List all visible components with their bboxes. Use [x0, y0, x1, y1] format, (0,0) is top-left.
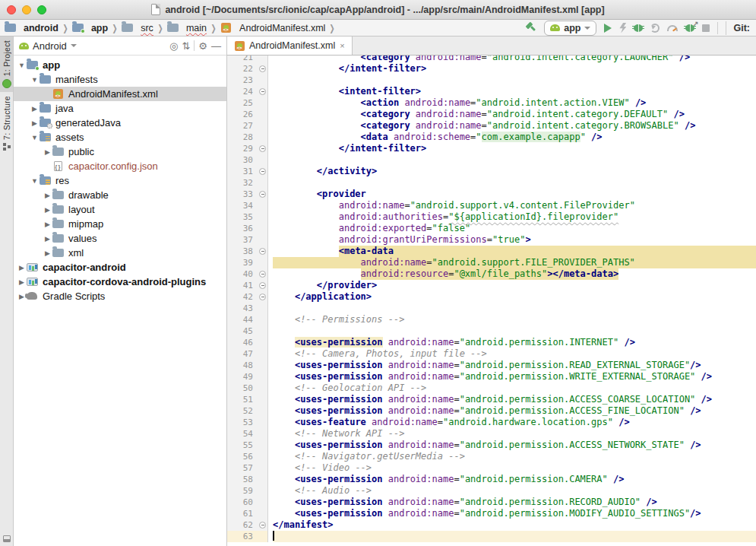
code-line-29[interactable]: 29 </intent-filter>	[227, 143, 756, 154]
tree-item-res[interactable]: ▼res	[14, 173, 226, 188]
code-line-27[interactable]: 27 <category android:name="android.inten…	[227, 120, 756, 132]
tree-right-arrow-icon[interactable]: ▶	[43, 249, 52, 257]
code-line-21[interactable]: 21 <category android:name="android.inten…	[227, 56, 756, 63]
tree-down-arrow-icon[interactable]: ▼	[30, 76, 40, 84]
code-line-37[interactable]: 37 android:grantUriPermissions="true">	[227, 234, 756, 246]
code-line-46[interactable]: 46 <uses-permission android:name="androi…	[227, 337, 756, 348]
attach-debugger-icon[interactable]: ↗	[685, 24, 694, 32]
tree-right-arrow-icon[interactable]: ▶	[30, 119, 40, 127]
run-configuration-select[interactable]: app	[544, 21, 596, 36]
code-line-28[interactable]: 28 <data android:scheme="com.example.cap…	[227, 132, 756, 143]
tree-item-capacitor-config-json[interactable]: capacitor.config.json	[14, 159, 226, 173]
tree-item-generatedjava[interactable]: ▶generatedJava	[14, 116, 226, 130]
collapse-all-icon[interactable]: ⇅	[182, 41, 190, 51]
code-line-57[interactable]: 57 <!-- Video -->	[227, 462, 756, 474]
tree-right-arrow-icon[interactable]: ▶	[43, 221, 52, 228]
tool-window-structure-button[interactable]: 7: Structure	[0, 92, 13, 154]
fold-marker-icon[interactable]	[259, 271, 266, 278]
code-line-32[interactable]: 32	[227, 177, 756, 189]
tree-item-drawable[interactable]: ▶drawable	[14, 188, 226, 202]
tree-right-arrow-icon[interactable]: ▶	[17, 278, 27, 286]
code-line-41[interactable]: 41 </provider>	[227, 280, 756, 291]
code-line-35[interactable]: 35 android:authorities="${applicationId}…	[227, 211, 756, 223]
breadcrumb-item-app[interactable]: app	[72, 23, 108, 33]
tree-item-java[interactable]: ▶java	[14, 101, 226, 116]
breadcrumb-item-android[interactable]: android	[5, 23, 59, 33]
tree-item-mipmap[interactable]: ▶mipmap	[14, 217, 226, 231]
tree-item-app[interactable]: ▼app	[14, 58, 226, 72]
code-line-43[interactable]: 43	[227, 303, 756, 314]
git-widget[interactable]: Git:	[726, 21, 750, 35]
code-line-22[interactable]: 22 </intent-filter>	[227, 63, 756, 75]
fold-marker-icon[interactable]	[259, 282, 266, 289]
zoom-window-button[interactable]	[37, 5, 46, 14]
tree-right-arrow-icon[interactable]: ▶	[17, 264, 27, 271]
code-line-45[interactable]: 45	[227, 325, 756, 337]
fold-marker-icon[interactable]	[259, 65, 266, 72]
tree-item-values[interactable]: ▶values	[14, 231, 226, 246]
tree-down-arrow-icon[interactable]: ▼	[30, 177, 40, 185]
breadcrumb-item-androidmanifest-xml[interactable]: AndroidManifest.xml	[220, 23, 325, 33]
code-line-31[interactable]: 31 </activity>	[227, 166, 756, 177]
code-line-63[interactable]: 63	[227, 531, 756, 542]
code-line-47[interactable]: 47 <!-- Camera, Photos, input file -->	[227, 348, 756, 360]
fold-marker-icon[interactable]	[259, 88, 266, 95]
code-line-38[interactable]: 38 <meta-data	[227, 246, 756, 257]
apply-changes-icon[interactable]	[619, 23, 626, 33]
close-window-button[interactable]	[7, 5, 16, 14]
code-line-51[interactable]: 51 <uses-permission android:name="androi…	[227, 394, 756, 405]
code-line-42[interactable]: 42 </application>	[227, 291, 756, 303]
tree-right-arrow-icon[interactable]: ▶	[30, 105, 40, 113]
code-line-55[interactable]: 55 <uses-permission android:name="androi…	[227, 440, 756, 451]
code-line-40[interactable]: 40 android:resource="@xml/file_paths"></…	[227, 268, 756, 280]
code-line-23[interactable]: 23	[227, 75, 756, 86]
code-line-56[interactable]: 56 <!-- Navigator.getUserMedia -->	[227, 451, 756, 462]
code-line-44[interactable]: 44 <!-- Permissions -->	[227, 314, 756, 325]
code-line-48[interactable]: 48 <uses-permission android:name="androi…	[227, 360, 756, 371]
code-line-24[interactable]: 24 <intent-filter>	[227, 86, 756, 97]
tree-item-gradle-scripts[interactable]: ▶Gradle Scripts	[14, 289, 226, 303]
tree-right-arrow-icon[interactable]: ▶	[43, 235, 52, 243]
close-tab-icon[interactable]: ×	[340, 41, 344, 50]
tree-item-public[interactable]: ▶public	[14, 144, 226, 159]
fold-marker-icon[interactable]	[259, 191, 266, 198]
fold-marker-icon[interactable]	[259, 294, 266, 300]
code-line-39[interactable]: 39 android:name="android.support.FILE_PR…	[227, 257, 756, 268]
code-editor[interactable]: 21 <category android:name="android.inten…	[227, 56, 756, 546]
code-line-62[interactable]: 62</manifest>	[227, 519, 756, 531]
settings-gear-icon[interactable]: ⚙	[198, 41, 207, 51]
tree-right-arrow-icon[interactable]: ▶	[43, 192, 52, 199]
code-line-26[interactable]: 26 <category android:name="android.inten…	[227, 109, 756, 120]
tool-window-project-button[interactable]: 1: Project	[0, 37, 13, 92]
breadcrumb-item-main[interactable]: main	[167, 23, 207, 33]
code-line-54[interactable]: 54 <!-- Network API -->	[227, 428, 756, 440]
tree-item-capacitor-cordova-android-plugins[interactable]: ▶capacitor-cordova-android-plugins	[14, 275, 226, 289]
run-icon[interactable]	[604, 24, 612, 33]
code-line-34[interactable]: 34 android:name="android.support.v4.cont…	[227, 200, 756, 211]
tree-item-manifests[interactable]: ▼manifests	[14, 72, 226, 87]
fold-marker-icon[interactable]	[259, 248, 266, 255]
tree-item-assets[interactable]: ▼assets	[14, 130, 226, 144]
tree-down-arrow-icon[interactable]: ▼	[17, 62, 27, 69]
code-line-36[interactable]: 36 android:exported="false"	[227, 223, 756, 234]
tree-right-arrow-icon[interactable]: ▶	[43, 206, 52, 214]
code-line-25[interactable]: 25 <action android:name="android.intent.…	[227, 97, 756, 109]
fold-marker-icon[interactable]	[259, 522, 266, 529]
project-view-selector[interactable]: Android	[33, 40, 67, 52]
locate-icon[interactable]: ◎	[169, 41, 178, 51]
chevron-down-icon[interactable]	[71, 44, 77, 47]
code-line-49[interactable]: 49 <uses-permission android:name="androi…	[227, 371, 756, 383]
code-line-30[interactable]: 30	[227, 154, 756, 166]
debug-icon[interactable]	[634, 24, 643, 32]
tree-down-arrow-icon[interactable]: ▼	[30, 134, 40, 141]
tab-androidmanifest[interactable]: AndroidManifest.xml ×	[227, 37, 353, 55]
profiler-icon[interactable]	[667, 25, 678, 31]
hide-tool-windows-icon[interactable]	[3, 535, 11, 542]
fold-marker-icon[interactable]	[259, 145, 266, 152]
hide-icon[interactable]: —	[211, 41, 221, 51]
build-hammer-icon[interactable]	[525, 22, 536, 33]
code-line-59[interactable]: 59 <!-- Audio -->	[227, 485, 756, 497]
tree-item-capacitor-android[interactable]: ▶capacitor-android	[14, 260, 226, 275]
breadcrumb-item-src[interactable]: src	[122, 23, 153, 33]
code-line-61[interactable]: 61 <uses-permission android:name="androi…	[227, 508, 756, 519]
